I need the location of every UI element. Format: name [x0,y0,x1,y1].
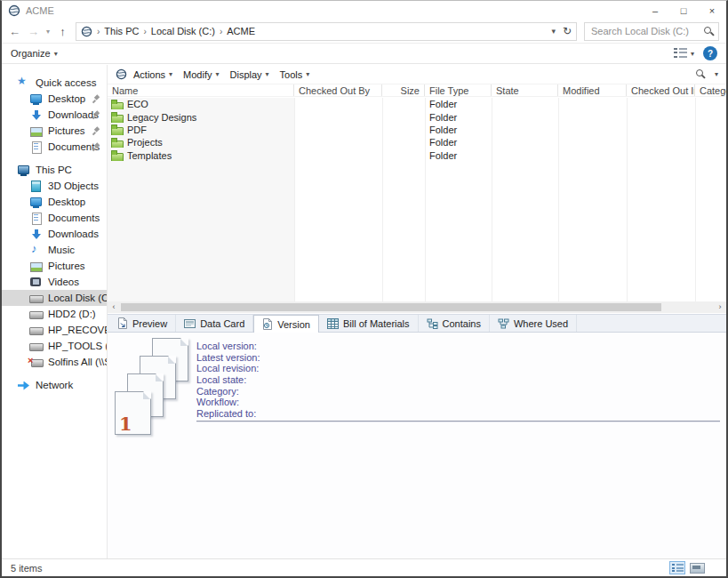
sidebar-item-quick-access[interactable]: Quick access [2,75,107,91]
column-name[interactable]: Name [108,84,294,96]
menu-modify[interactable]: Modify▾ [179,69,223,80]
file-row-projects[interactable]: Projects Folder [108,136,726,149]
maximize-button[interactable]: □ [669,1,698,20]
column-file-type[interactable]: File Type [425,84,492,96]
pin-icon[interactable] [92,111,100,119]
scroll-left-icon[interactable]: ‹ [108,301,120,313]
folder-icon [111,150,123,160]
file-type-cell: Folder [425,99,492,109]
minimize-button[interactable]: – [641,1,669,20]
chevron-down-icon: ▾ [691,50,694,58]
close-button[interactable]: × [698,1,726,20]
details-view-toggle-icon[interactable] [669,561,685,574]
sidebar-item-music[interactable]: Music [2,242,107,258]
version-stack-graphic: 4 3 2 1 [113,336,198,438]
scrollbar-thumb[interactable] [121,303,661,311]
sidebar-item-pictures-pc[interactable]: Pictures [2,258,107,274]
refresh-icon[interactable]: ↻ [563,25,572,37]
status-bar: 5 items [2,558,726,576]
file-row-pdf[interactable]: PDF Folder [108,124,726,136]
file-row-legacy-designs[interactable]: Legacy Designs Folder [108,110,726,123]
version-number-1: 1 [119,414,132,433]
change-view-button[interactable]: ▾ [674,48,694,59]
pdm-search-button[interactable]: ▾ [696,69,718,79]
preview-icon [117,317,128,329]
column-size[interactable]: Size [382,84,425,96]
panel-divider [196,421,720,422]
tab-contains[interactable]: Contains [419,315,490,332]
sidebar-item-solfins-all[interactable]: Solfins All (\\SLFVIR [2,354,107,370]
column-checked-out-in[interactable]: Checked Out In [627,84,695,96]
organize-button[interactable]: Organize [11,48,51,59]
sidebar-item-downloads-pc[interactable]: Downloads [2,226,107,242]
field-workflow: Workflow: [196,397,260,408]
file-row-templates[interactable]: Templates Folder [108,149,726,162]
sidebar-item-local-disk-c[interactable]: Local Disk (C:) [2,290,107,306]
search-box[interactable] [584,22,719,41]
search-input[interactable] [589,25,704,37]
history-dropdown-icon[interactable]: ▾ [43,22,53,41]
tab-preview[interactable]: Preview [109,315,176,332]
folder-icon [111,112,123,122]
version-fields: Local version: Latest version: Local rev… [196,341,260,420]
address-bar[interactable]: › This PC › Local Disk (C:) › ACME ▾ ↻ [76,22,577,41]
field-category: Category: [196,386,260,397]
horizontal-scrollbar[interactable]: ‹ › [108,301,726,313]
field-local-version: Local version: [196,341,260,352]
menu-tools[interactable]: Tools▾ [276,69,315,80]
version-page-1: 1 [115,391,151,435]
search-icon[interactable] [704,27,714,36]
address-dropdown-icon[interactable]: ▾ [551,27,556,36]
menu-actions[interactable]: Actions▾ [129,69,177,80]
sidebar-item-pictures[interactable]: Pictures [2,123,107,139]
pin-icon[interactable] [92,95,100,103]
download-arrow-icon [29,229,43,240]
breadcrumb-local-disk[interactable]: Local Disk (C:) [151,26,215,36]
sidebar-item-hdd2-d[interactable]: HDD2 (D:) [2,306,107,322]
sidebar-item-hp-tools-f[interactable]: HP_TOOLS (F:) [2,338,107,354]
sidebar-item-downloads[interactable]: Downloads [2,107,107,123]
disconnected-network-drive-icon [29,357,43,368]
thumbnail-view-toggle-icon[interactable] [689,561,705,574]
field-latest-version: Latest version: [196,352,260,364]
sidebar-item-desktop[interactable]: Desktop [2,91,107,107]
up-button[interactable]: ↑ [53,22,72,41]
chevron-down-icon: ▾ [715,70,718,78]
pin-icon[interactable] [92,127,100,135]
scroll-right-icon[interactable]: › [714,301,726,313]
folder-icon [111,100,123,109]
picture-icon [29,125,43,137]
column-modified[interactable]: Modified [558,84,627,96]
sidebar-item-desktop-pc[interactable]: Desktop [2,194,107,210]
breadcrumb-acme[interactable]: ACME [227,26,255,36]
pdm-vault-icon [81,26,92,37]
tab-data-card[interactable]: Data Card [176,315,253,332]
sidebar-item-hp-recovery-e[interactable]: HP_RECOVERY (E:) [2,322,107,338]
help-button[interactable]: ? [703,46,717,60]
forward-button[interactable]: → [24,22,43,41]
cube-icon [29,181,43,192]
view-details-icon [674,48,687,59]
column-state[interactable]: State [492,84,558,96]
column-checked-out-by[interactable]: Checked Out By [294,84,382,96]
bom-table-icon [327,318,339,329]
window-title: ACME [26,5,54,16]
sidebar-item-this-pc[interactable]: This PC [2,162,107,178]
tab-bill-of-materials[interactable]: Bill of Materials [319,315,419,332]
document-icon [29,213,43,224]
breadcrumb-this-pc[interactable]: This PC [104,26,139,36]
pin-icon[interactable] [92,143,100,151]
file-row-eco[interactable]: ECO Folder [108,98,726,110]
sidebar-item-documents[interactable]: Documents [2,139,107,155]
back-button[interactable]: ← [5,22,24,41]
tab-where-used[interactable]: Where Used [490,315,577,332]
items-count: 5 items [11,563,42,574]
file-type-cell: Folder [425,150,492,161]
column-category[interactable]: Category [695,84,728,96]
menu-display[interactable]: Display▾ [226,69,274,80]
sidebar-item-network[interactable]: Network [2,377,107,393]
sidebar-item-documents-pc[interactable]: Documents [2,210,107,226]
sidebar-item-videos[interactable]: Videos [2,274,107,290]
tab-version[interactable]: Version [253,315,319,333]
sidebar-item-3d-objects[interactable]: 3D Objects [2,178,107,194]
